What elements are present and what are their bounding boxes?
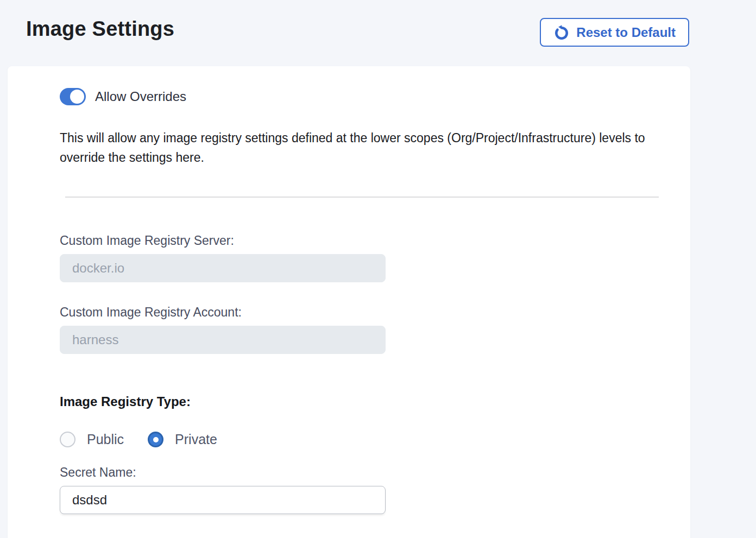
reset-button-label: Reset to Default	[576, 25, 676, 40]
image-settings-card: Allow Overrides This will allow any imag…	[8, 66, 690, 538]
registry-account-input	[60, 326, 386, 354]
reset-icon	[553, 24, 570, 41]
radio-option-public[interactable]: Public	[60, 432, 124, 447]
registry-account-label: Custom Image Registry Account:	[60, 305, 690, 320]
registry-type-options: Public Private	[60, 432, 690, 447]
secret-name-field: Secret Name:	[60, 465, 690, 514]
registry-account-field: Custom Image Registry Account:	[60, 305, 690, 354]
section-divider	[65, 197, 659, 198]
image-settings-page: Image Settings Reset to Default Allow Ov…	[0, 0, 756, 538]
allow-overrides-toggle[interactable]	[60, 88, 86, 105]
registry-server-label: Custom Image Registry Server:	[60, 233, 690, 248]
registry-server-input	[60, 254, 386, 282]
radio-label-public: Public	[87, 432, 124, 447]
radio-label-private: Private	[175, 432, 217, 447]
radio-circle-private[interactable]	[148, 432, 163, 447]
overrides-description: This will allow any image registry setti…	[60, 128, 667, 167]
secret-name-label: Secret Name:	[60, 465, 690, 480]
page-header: Image Settings Reset to Default	[0, 0, 756, 66]
radio-option-private[interactable]: Private	[148, 432, 217, 447]
radio-circle-public[interactable]	[60, 432, 75, 447]
registry-type-label: Image Registry Type:	[60, 394, 690, 409]
registry-server-field: Custom Image Registry Server:	[60, 233, 690, 282]
toggle-knob	[70, 90, 84, 104]
reset-to-default-button[interactable]: Reset to Default	[540, 18, 689, 47]
secret-name-input[interactable]	[60, 486, 386, 514]
allow-overrides-row: Allow Overrides	[60, 88, 690, 105]
allow-overrides-label: Allow Overrides	[95, 89, 186, 104]
page-title: Image Settings	[26, 17, 174, 41]
